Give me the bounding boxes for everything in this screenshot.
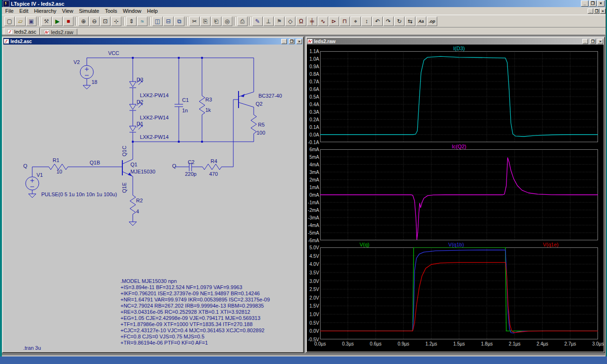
y-tick-label: 3.0V — [307, 278, 319, 283]
toolbar-undo-icon[interactable]: ↶ — [372, 17, 383, 26]
trace-title-V(q1e)[interactable]: V(q1e) — [543, 242, 559, 247]
trace-title-I(D3)[interactable]: I(D3) — [453, 46, 465, 51]
toolbar-wire-icon[interactable]: ✎ — [252, 17, 263, 26]
toolbar-cut-icon[interactable]: ✂ — [189, 17, 200, 26]
schematic-window: leds2.asc _ ❐ × — [2, 36, 304, 353]
toolbar-zoom-back-icon[interactable]: ⊖ — [89, 17, 100, 26]
toolbar-diode-icon[interactable]: ⊳ — [329, 17, 339, 26]
y-tick-label: 0.1A — [307, 125, 319, 130]
trace-title-V(q1b)[interactable]: V(q1b) — [448, 242, 464, 247]
schematic-window-icon — [4, 39, 9, 44]
toolbar-find-icon[interactable]: ◎ — [222, 17, 232, 26]
schematic-close-button[interactable]: × — [296, 39, 302, 44]
minimize-button[interactable]: _ — [581, 0, 589, 7]
schematic-label: D1 — [137, 121, 143, 127]
toolbar-tile-horizontal-icon[interactable]: ⊟ — [163, 17, 174, 26]
menu-tools[interactable]: Tools — [102, 8, 120, 14]
y-tick-label: -0.1A — [307, 140, 319, 145]
toolbar-cascade-windows-icon[interactable]: ⧉ — [174, 17, 184, 26]
waveform-close-button[interactable]: × — [598, 39, 603, 44]
waveform-maximize-button[interactable]: ❐ — [590, 39, 596, 44]
x-tick-label: 1.2µs — [425, 341, 437, 346]
toolbar-port-icon[interactable]: ◇ — [285, 17, 295, 26]
x-tick-label: 2.4µs — [536, 341, 548, 346]
menu-file[interactable]: File — [2, 8, 17, 14]
schematic-label: +NC=2.79024 RB=267.202 IRB=9.99994e-13 R… — [120, 303, 264, 309]
toolbar-spice-directive-icon[interactable]: .op — [427, 17, 437, 26]
toolbar-save-icon[interactable]: ▣ — [26, 17, 37, 26]
close-button[interactable]: × — [597, 0, 605, 7]
schematic-canvas[interactable]: VCCV218D3LXK2-PW14D2LXK2-PW14D1LXK2-PW14… — [3, 45, 303, 352]
desktop-strip — [0, 356, 607, 364]
toolbar-print-icon[interactable]: ⎙ — [237, 17, 248, 26]
toolbar-copy-icon[interactable]: ⎘ — [200, 17, 211, 26]
menu-simulate[interactable]: Simulate — [76, 8, 102, 14]
toolbar-redo-icon[interactable]: ↷ — [383, 17, 394, 26]
toolbar-capacitor-icon[interactable]: ╪ — [307, 17, 317, 26]
schematic-maximize-button[interactable]: ❐ — [289, 39, 294, 44]
schematic-label: D3 — [137, 77, 143, 82]
toolbar-control-panel-icon[interactable]: ⚒ — [41, 17, 52, 26]
mdi-restore-button[interactable]: ❐ — [594, 9, 599, 14]
y-tick-label: 6mA — [307, 147, 319, 152]
y-tick-label: 4mA — [307, 162, 319, 167]
toolbar-run-simulation-icon[interactable]: ▶ — [52, 17, 63, 26]
toolbar-halt-simulation-icon[interactable]: ■ — [63, 17, 74, 26]
toolbar-plot-settings-icon[interactable]: ≈ — [137, 17, 147, 26]
toolbar-separator — [149, 17, 151, 26]
toolbar-resistor-icon[interactable]: Ω — [296, 17, 306, 26]
schematic-label: 10 — [56, 169, 62, 174]
y-tick-label: 0.7A — [307, 79, 319, 84]
schematic-window-titlebar[interactable]: leds2.asc _ ❐ × — [3, 38, 303, 45]
toolbar-separator — [75, 17, 77, 26]
schematic-label: MJE15030 — [130, 169, 156, 174]
menu-hierarchy[interactable]: Hierarchy — [31, 8, 59, 14]
waveform-minimize-button[interactable]: _ — [582, 39, 588, 44]
toolbar-mirror-icon[interactable]: ⇆ — [405, 17, 415, 26]
waveform-plot-area: I(D3) 1.1A1.0A0.9A0.8A0.7A0.6A0.5A0.4A0.… — [307, 45, 604, 352]
menu-help[interactable]: Help — [144, 8, 161, 14]
toolbar-component-icon[interactable]: ⊓ — [340, 17, 350, 26]
toolbar-open-file-icon[interactable]: ▱ — [15, 17, 26, 26]
menu-view[interactable]: View — [59, 8, 76, 14]
toolbar-inductor-icon[interactable]: ∿ — [318, 17, 328, 26]
trace-Ic(Q2)[interactable] — [320, 158, 598, 240]
toolbar-zoom-full-extents-icon[interactable]: ⊡ — [100, 17, 110, 26]
pane-id3: I(D3) 1.1A1.0A0.9A0.8A0.7A0.6A0.5A0.4A0.… — [307, 45, 604, 142]
toolbar-paste-icon[interactable]: ⎗ — [211, 17, 221, 26]
y-tick-label: 2.0V — [307, 295, 319, 300]
waveform-canvas[interactable]: I(D3) 1.1A1.0A0.9A0.8A0.7A0.6A0.5A0.4A0.… — [307, 45, 604, 352]
y-tick-label: 2mA — [307, 177, 319, 182]
toolbar-move-icon[interactable]: ⌖ — [350, 17, 361, 26]
waveform-window-titlebar[interactable]: leds2.raw _ ❐ × — [307, 38, 604, 45]
trace-title-Ic(Q2)[interactable]: Ic(Q2) — [452, 144, 467, 149]
toolbar-ground-icon[interactable]: ⊥ — [263, 17, 274, 26]
menu-window[interactable]: Window — [120, 8, 144, 14]
toolbar-rotate-icon[interactable]: ↻ — [394, 17, 405, 26]
schematic-label: Q1 — [130, 162, 138, 167]
schematic-minimize-button[interactable]: _ — [281, 39, 287, 44]
pane-icq2: Ic(Q2) 6mA5mA4mA3mA2mA1mA0mA-1mA-2mA-3mA… — [307, 143, 604, 240]
trace-title-V(q)[interactable]: V(q) — [359, 242, 369, 247]
maximize-button[interactable]: ❐ — [589, 0, 597, 7]
mdi-minimize-button[interactable]: _ — [588, 9, 593, 14]
y-tick-label: 1.0A — [307, 56, 319, 62]
tab-label: leds2.raw — [51, 29, 73, 35]
menu-edit[interactable]: Edit — [17, 8, 31, 14]
toolbar-new-schematic-icon[interactable]: ▢ — [4, 17, 15, 26]
y-tick-label: 1.0V — [307, 312, 319, 317]
toolbar-tile-vertical-icon[interactable]: ◫ — [152, 17, 163, 26]
y-tick-label: 0.0A — [307, 132, 319, 137]
y-tick-label: 5.0V — [307, 245, 319, 250]
schematic-label: +NR=1.64791 VAR=99.9749 IKR=0.00539895 I… — [120, 297, 270, 302]
toolbar-autorange-y-icon[interactable]: ⇕ — [126, 17, 137, 26]
mdi-close-button[interactable]: × — [600, 9, 606, 14]
toolbar-zoom-in-icon[interactable]: ⊕ — [78, 17, 89, 26]
pane-titles: V(q)V(q1b)V(q1e) — [320, 241, 598, 247]
plot-border — [321, 248, 598, 339]
toolbar-pan-icon[interactable]: ⊹ — [111, 17, 121, 26]
y-tick-label: 4.0V — [307, 262, 319, 267]
toolbar-text-icon[interactable]: Aa — [416, 17, 426, 26]
toolbar-net-label-icon[interactable]: ⚑ — [274, 17, 285, 26]
toolbar-drag-icon[interactable]: ↕ — [361, 17, 372, 26]
